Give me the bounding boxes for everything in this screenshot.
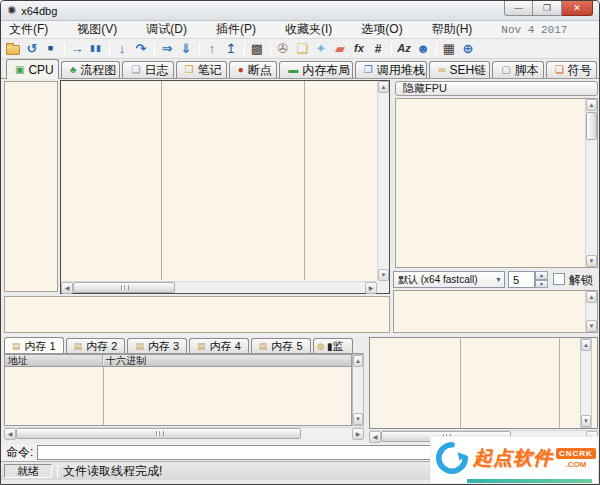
execute-till-return-icon[interactable]: ⇒	[158, 40, 176, 58]
disasm-vertical-scrollbar[interactable]: ▲ ▼	[377, 81, 389, 281]
scroll-left-arrow[interactable]: ◀	[369, 431, 381, 443]
menu-plugins[interactable]: 插件(P)	[216, 21, 256, 38]
attach-icon[interactable]: ↥	[222, 40, 240, 58]
menu-view[interactable]: 视图(V)	[77, 21, 117, 38]
functions-icon[interactable]: fx	[350, 40, 368, 58]
scroll-up-arrow[interactable]: ▲	[586, 99, 597, 111]
registers-view[interactable]: ▲ ▼	[395, 98, 598, 268]
website-icon[interactable]: ⊕	[459, 40, 477, 58]
dump-table-header: 地址 十六进制	[4, 354, 352, 367]
scroll-thumb[interactable]	[16, 428, 301, 439]
memory-map-icon: ▬	[288, 65, 298, 75]
menu-help[interactable]: 帮助(H)	[432, 21, 473, 38]
tab-seh[interactable]: ∞ SEH链	[429, 61, 490, 78]
stop-icon[interactable]: ■	[42, 40, 60, 58]
step-out-icon[interactable]: ↑	[203, 40, 221, 58]
minimize-button[interactable]: —	[504, 1, 533, 16]
dump-horizontal-scrollbar[interactable]: ◀ ▶	[4, 427, 364, 439]
tab-dump-1[interactable]: ▤ 内存 1	[4, 337, 64, 354]
arguments-view[interactable]: ▲ ▼	[393, 290, 598, 333]
unlock-checkbox[interactable]	[553, 273, 565, 285]
watch-icon: ⊚	[317, 341, 325, 352]
tab-dump-3[interactable]: ▤ 内存 3	[127, 338, 187, 353]
scroll-left-arrow[interactable]: ◀	[4, 428, 16, 440]
toolbar-separator	[109, 42, 110, 56]
tab-cpu[interactable]: ▣ CPU	[6, 59, 59, 79]
scroll-down-arrow[interactable]: ▼	[581, 415, 591, 427]
tab-notes[interactable]: ❐ 笔记	[176, 61, 227, 78]
stack-view[interactable]: ▲ ▼	[369, 337, 598, 429]
tab-memory-map[interactable]: ▬ 内存布局	[279, 61, 353, 78]
registers-vertical-scrollbar[interactable]: ▲ ▼	[585, 99, 597, 267]
menu-file[interactable]: 文件(F)	[9, 21, 48, 38]
highlight-icon[interactable]: ✦	[312, 40, 330, 58]
run-to-user-code-icon[interactable]: ⇓	[177, 40, 195, 58]
arguments-vertical-scrollbar[interactable]: ▲ ▼	[585, 291, 597, 332]
tab-watch-partial[interactable]: ⊚ ▮ 监	[313, 338, 353, 353]
settings-icon[interactable]: ▩	[248, 40, 266, 58]
scroll-thumb[interactable]	[73, 282, 175, 293]
disassembly-view[interactable]: ▲ ▼ ◀ ▶	[60, 80, 390, 294]
hide-fpu-button[interactable]: 隐藏FPU	[395, 81, 598, 96]
scroll-right-arrow[interactable]: ▶	[365, 282, 377, 294]
tab-breakpoints[interactable]: ● 断点	[229, 61, 278, 78]
spinner-down-icon[interactable]: ▼	[535, 280, 548, 289]
argument-count-input[interactable]: 5	[508, 271, 535, 288]
scylla-icon[interactable]: ☻	[414, 40, 432, 58]
argument-count-stepper[interactable]: ▲ ▼	[535, 271, 548, 288]
column-address[interactable]: 地址	[5, 355, 103, 366]
stack-vertical-scrollbar[interactable]: ▲ ▼	[580, 338, 592, 428]
step-over-icon[interactable]: ↷	[132, 40, 150, 58]
run-icon[interactable]: →	[68, 40, 86, 58]
tab-graph[interactable]: ♣ 流程图	[61, 61, 121, 78]
tab-script[interactable]: ▢ 脚本	[492, 61, 544, 78]
toolbar-separator	[64, 42, 65, 56]
toolbar-separator	[270, 42, 271, 56]
tab-call-stack[interactable]: ❐ 调用堆栈	[355, 61, 428, 78]
ascii-table-icon[interactable]: Az	[395, 40, 413, 58]
dump-view[interactable]	[4, 367, 352, 426]
scroll-right-arrow[interactable]: ▶	[352, 428, 364, 440]
scroll-up-arrow[interactable]: ▲	[586, 291, 597, 303]
tab-dump-2[interactable]: ▤ 内存 2	[66, 338, 126, 353]
analysis-icon[interactable]: #	[369, 40, 387, 58]
column-divider	[559, 338, 560, 428]
scroll-thumb[interactable]	[586, 112, 597, 140]
scroll-up-arrow[interactable]: ▲	[353, 355, 363, 367]
menu-options[interactable]: 选项(O)	[361, 21, 402, 38]
toolbar-separator	[244, 42, 245, 56]
scroll-left-arrow[interactable]: ◀	[61, 282, 73, 294]
watermark-domain: .COM	[566, 460, 587, 469]
notes-icon[interactable]: ❏	[293, 40, 311, 58]
spinner-up-icon[interactable]: ▲	[535, 271, 548, 280]
menu-debug[interactable]: 调试(D)	[146, 21, 187, 38]
scroll-up-arrow[interactable]: ▲	[581, 339, 591, 351]
step-into-icon[interactable]: ↓	[113, 40, 131, 58]
close-button[interactable]: ✕	[562, 1, 593, 16]
breakpoint-icon: ●	[238, 65, 244, 75]
column-hex[interactable]: 十六进制	[103, 355, 351, 366]
calling-convention-select[interactable]: 默认 (x64 fastcall) ▼	[393, 271, 505, 288]
pause-icon[interactable]: ▮▮	[87, 40, 105, 58]
disasm-horizontal-scrollbar[interactable]: ◀ ▶	[61, 281, 377, 293]
info-panel[interactable]	[4, 296, 390, 333]
scroll-down-arrow[interactable]: ▼	[378, 269, 389, 281]
scroll-up-arrow[interactable]: ▲	[378, 81, 389, 93]
scroll-down-arrow[interactable]: ▼	[586, 320, 597, 332]
open-file-icon[interactable]	[4, 40, 22, 58]
tab-log[interactable]: ❏ 日志	[122, 61, 173, 78]
tab-dump-5[interactable]: ▤ 内存 5	[251, 338, 311, 353]
restart-icon[interactable]: ↺	[23, 40, 41, 58]
menu-favourites[interactable]: 收藏夹(I)	[285, 21, 332, 38]
patches-icon[interactable]: ✇	[274, 40, 292, 58]
dump-vertical-scrollbar[interactable]: ▲ ▼	[352, 354, 364, 426]
eraser-icon[interactable]: ▰	[331, 40, 349, 58]
tab-dump-4[interactable]: ▤ 内存 4	[189, 338, 249, 353]
scroll-down-arrow[interactable]: ▼	[586, 255, 597, 267]
maximize-button[interactable]: ❐	[533, 1, 562, 16]
disasm-sidebar[interactable]	[4, 81, 58, 292]
titlebar[interactable]: ✺ x64dbg — ❐ ✕	[1, 1, 599, 21]
calculator-icon[interactable]: ▦	[440, 40, 458, 58]
tab-symbols[interactable]: ❏ 符号	[546, 61, 597, 78]
scroll-down-arrow[interactable]: ▼	[353, 413, 363, 425]
